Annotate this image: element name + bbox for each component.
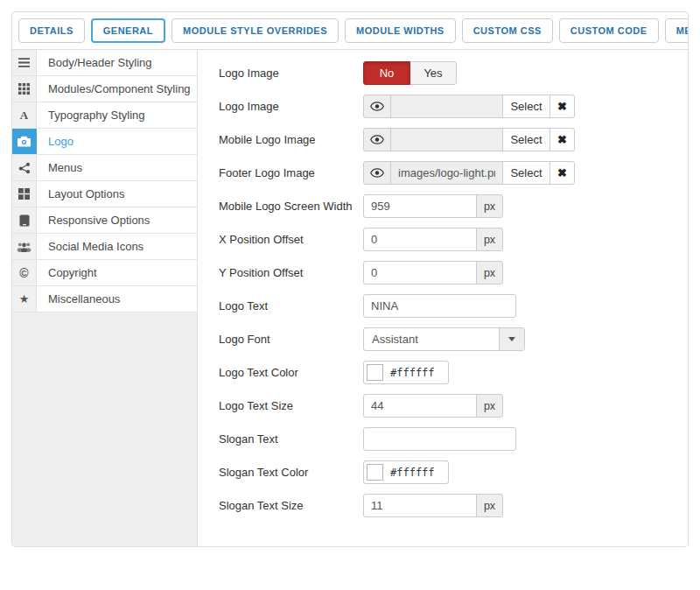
tab-module-style-overrides[interactable]: MODULE STYLE OVERRIDES (172, 18, 339, 43)
sidebar-item-menus[interactable]: Menus (12, 155, 197, 181)
logo-image-media-input[interactable] (390, 95, 503, 118)
preview-eye-icon[interactable] (363, 95, 391, 118)
sidebar-item-social-media-icons[interactable]: Social Media Icons (12, 234, 197, 260)
form-row-logo-text-color: Logo Text Color#ffffff (219, 361, 688, 384)
panel-content: Body/Header StylingModules/Component Sty… (12, 50, 688, 547)
logo-image-no-button[interactable]: No (363, 61, 410, 85)
logo-image-media-control: Select✖ (363, 95, 575, 118)
tab-custom-code[interactable]: CUSTOM CODE (559, 18, 659, 43)
layout-grid-icon (12, 181, 37, 207)
logo-font-control: Assistant (363, 327, 525, 351)
logo-text-color-picker[interactable]: #ffffff (363, 361, 449, 384)
footer-logo-image-media-clear-icon[interactable]: ✖ (550, 161, 575, 185)
sidebar-item-label: Responsive Options (37, 207, 197, 233)
sidebar-item-copyright[interactable]: ©Copyright (12, 260, 197, 286)
slogan-text-input[interactable] (363, 427, 516, 451)
footer-logo-image-media-select-button[interactable]: Select (502, 161, 550, 185)
slogan-text-size-control: px (363, 494, 503, 517)
caret-shape (508, 337, 515, 341)
slogan-text-color-value: #ffffff (383, 467, 445, 479)
sidebar-item-label: Typography Styling (37, 102, 197, 128)
field-label-y-position-offset: Y Position Offset (219, 266, 363, 279)
mobile-logo-image-media-control: Select✖ (363, 128, 575, 151)
x-position-offset-input[interactable] (363, 228, 477, 251)
form-row-y-position-offset: Y Position Offsetpx (219, 261, 688, 284)
slogan-text-color-picker[interactable]: #ffffff (363, 460, 449, 484)
mobile-logo-screen-width-input[interactable] (363, 194, 477, 218)
mobile-logo-image-media-select-button[interactable]: Select (502, 128, 550, 151)
field-label-logo-font: Logo Font (219, 333, 363, 346)
logo-text-color-swatch[interactable] (367, 364, 383, 381)
sidebar-item-miscellaneous[interactable]: ★Miscellaneous (12, 286, 197, 313)
camera-icon (12, 129, 37, 154)
slogan-text-size-unit-addon: px (476, 494, 503, 517)
mobile-logo-image-media-input[interactable] (390, 128, 503, 151)
field-label-logo-image-media: Logo Image (219, 100, 363, 113)
field-label-logo-text-color: Logo Text Color (219, 366, 363, 379)
sidebar-item-label: Copyright (37, 260, 197, 285)
chevron-down-icon[interactable] (499, 328, 524, 350)
field-label-footer-logo-image-media: Footer Logo Image (219, 166, 363, 179)
field-label-mobile-logo-screen-width: Mobile Logo Screen Width (219, 200, 363, 213)
form-row-logo-font: Logo FontAssistant (219, 327, 688, 351)
share-icon (12, 155, 37, 180)
tab-menu-assignment[interactable]: MENU ASSIGNMENT (665, 18, 689, 43)
slogan-text-size-input[interactable] (363, 494, 477, 517)
logo-font-dropdown[interactable]: Assistant (363, 327, 525, 351)
font-icon: A (12, 102, 37, 128)
slogan-text-color-swatch[interactable] (367, 464, 383, 481)
form-row-slogan-text-color: Slogan Text Color#ffffff (219, 460, 688, 484)
slogan-text-control (363, 427, 516, 451)
star-icon: ★ (12, 286, 37, 312)
form-row-slogan-text-size: Slogan Text Sizepx (219, 494, 688, 517)
slogan-text-color-control: #ffffff (363, 460, 449, 484)
field-label-slogan-text-size: Slogan Text Size (219, 499, 363, 512)
field-label-mobile-logo-image-media: Mobile Logo Image (219, 133, 363, 146)
sidebar-item-label: Modules/Component Styling (37, 76, 197, 102)
logo-image-yes-button[interactable]: Yes (410, 61, 457, 85)
sidebar-item-label: Body/Header Styling (37, 50, 197, 75)
field-label-logo-text: Logo Text (219, 299, 363, 313)
logo-text-input[interactable] (363, 294, 516, 318)
tab-general[interactable]: GENERAL (91, 18, 165, 43)
sidebar-item-label: Menus (37, 155, 197, 180)
logo-text-control (363, 294, 516, 318)
tab-details[interactable]: DETAILS (18, 18, 85, 43)
form-row-mobile-logo-screen-width: Mobile Logo Screen Widthpx (219, 194, 688, 218)
sidebar-item-label: Social Media Icons (37, 234, 197, 259)
mobile-logo-image-media-clear-icon[interactable]: ✖ (550, 128, 575, 151)
form-row-mobile-logo-image-media: Mobile Logo ImageSelect✖ (219, 128, 688, 151)
form-row-logo-image: Logo ImageNoYes (219, 61, 688, 85)
sidebar-item-responsive-options[interactable]: Responsive Options (12, 207, 197, 234)
y-position-offset-input[interactable] (363, 261, 477, 284)
preview-eye-icon[interactable] (363, 161, 391, 185)
mobile-logo-screen-width-unit-addon: px (476, 194, 503, 218)
form-row-footer-logo-image-media: Footer Logo ImageSelect✖ (219, 161, 688, 185)
mobile-logo-screen-width-control: px (363, 194, 503, 218)
logo-image-media-select-button[interactable]: Select (502, 95, 550, 118)
logo-text-size-unit-addon: px (476, 394, 503, 418)
sidebar-item-modules-component-styling[interactable]: Modules/Component Styling (12, 76, 197, 102)
footer-logo-image-media-input[interactable] (390, 161, 503, 185)
sidebar-item-logo[interactable]: Logo (12, 129, 197, 155)
form-row-logo-image-media: Logo ImageSelect✖ (219, 95, 688, 118)
field-label-slogan-text: Slogan Text (219, 432, 363, 446)
logo-text-size-input[interactable] (363, 394, 477, 418)
field-label-logo-text-size: Logo Text Size (219, 399, 363, 412)
form-row-logo-text: Logo Text (219, 294, 688, 318)
x-position-offset-unit-addon: px (476, 228, 503, 251)
preview-eye-icon[interactable] (363, 128, 391, 151)
tab-module-widths[interactable]: MODULE WIDTHS (345, 18, 456, 43)
y-position-offset-unit-addon: px (476, 261, 503, 284)
form-row-slogan-text: Slogan Text (219, 427, 688, 451)
sidebar-item-body-header-styling[interactable]: Body/Header Styling (12, 50, 197, 76)
logo-image-media-clear-icon[interactable]: ✖ (550, 95, 575, 118)
sidebar-item-layout-options[interactable]: Layout Options (12, 181, 197, 207)
sidebar-item-label: Miscellaneous (37, 286, 197, 312)
top-tab-bar: DETAILSGENERALMODULE STYLE OVERRIDESMODU… (12, 12, 688, 50)
template-settings-panel: DETAILSGENERALMODULE STYLE OVERRIDESMODU… (11, 11, 689, 547)
footer-logo-image-media-control: Select✖ (363, 161, 575, 185)
field-label-x-position-offset: X Position Offset (219, 233, 363, 246)
sidebar-item-typography-styling[interactable]: ATypography Styling (12, 102, 197, 129)
tab-custom-css[interactable]: CUSTOM CSS (462, 18, 553, 43)
